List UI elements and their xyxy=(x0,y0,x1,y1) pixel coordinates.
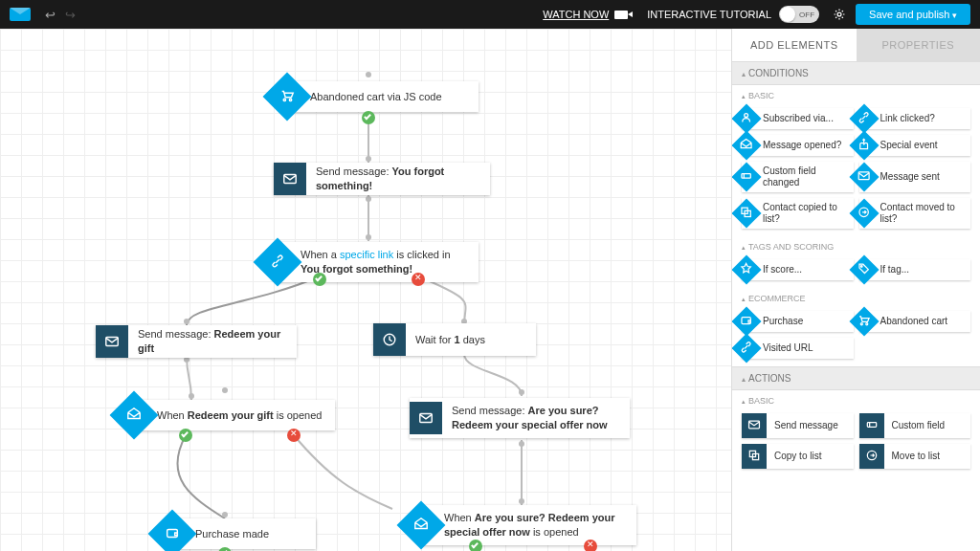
app-logo[interactable] xyxy=(10,8,31,21)
yes-port[interactable] xyxy=(179,429,192,442)
sub-ecom[interactable]: ECOMMERCE xyxy=(732,288,980,307)
settings-button[interactable] xyxy=(833,8,846,21)
no-port[interactable] xyxy=(412,273,425,286)
card-icon xyxy=(742,444,767,469)
card-label: Custom field changed xyxy=(761,162,854,192)
undo-button[interactable]: ↩ xyxy=(45,8,56,22)
node-sure-opened[interactable]: When Are you sure? Redeem your special o… xyxy=(421,505,636,545)
element-card[interactable]: Contact copied to list? xyxy=(742,198,854,229)
card-icon xyxy=(731,130,761,160)
svg-point-19 xyxy=(189,393,194,399)
node-send-forgot[interactable]: Send message: You forgot something! xyxy=(274,163,490,195)
cart-icon xyxy=(263,73,312,121)
sub-tags[interactable]: TAGS AND SCORING xyxy=(732,236,980,255)
card-icon xyxy=(742,413,767,438)
card-label: Message sent xyxy=(879,167,944,187)
card-icon xyxy=(849,254,879,284)
yes-port[interactable] xyxy=(362,111,375,124)
mail-open-icon xyxy=(110,391,159,440)
element-card[interactable]: Abandoned cart xyxy=(859,311,971,332)
card-icon xyxy=(731,333,761,363)
card-label: Visited URL xyxy=(761,339,817,358)
tab-properties[interactable]: PROPERTIES xyxy=(857,29,981,61)
svg-point-21 xyxy=(519,441,524,447)
redo-button: ↪ xyxy=(65,8,76,22)
video-icon xyxy=(614,11,628,19)
element-card[interactable]: Move to list xyxy=(859,444,971,469)
wallet-icon xyxy=(148,510,197,551)
card-label: Subscribed via... xyxy=(761,109,837,128)
no-port[interactable] xyxy=(584,540,597,551)
element-card[interactable]: If score... xyxy=(742,259,854,280)
card-label: If score... xyxy=(761,260,806,279)
element-card[interactable]: Custom field xyxy=(859,413,971,438)
yes-port[interactable] xyxy=(313,273,326,286)
svg-point-22 xyxy=(222,387,228,393)
section-actions[interactable]: ACTIONS xyxy=(732,366,980,390)
save-publish-button[interactable]: Save and publish xyxy=(856,4,970,25)
yes-port[interactable] xyxy=(469,540,482,551)
element-card[interactable]: Message opened? xyxy=(742,135,854,156)
element-card[interactable]: Contact moved to list? xyxy=(859,198,971,229)
element-card[interactable]: Purchase xyxy=(742,311,854,332)
element-card[interactable]: Send message xyxy=(742,413,854,438)
sub-basic[interactable]: BASIC xyxy=(732,85,980,104)
workflow-canvas[interactable]: Abandoned cart via JS code Send message:… xyxy=(0,29,731,551)
svg-point-12 xyxy=(366,72,371,77)
tutorial-label: INTERACTIVE TUTORIAL xyxy=(647,9,771,20)
node-purchase[interactable]: Purchase made xyxy=(172,518,316,549)
elements-sidebar: ADD ELEMENTS PROPERTIES CONDITIONS BASIC… xyxy=(731,29,980,551)
card-label: Move to list xyxy=(890,447,945,466)
svg-point-23 xyxy=(222,512,228,518)
mail-open-icon xyxy=(397,500,446,549)
card-icon xyxy=(859,444,884,469)
tab-add-elements[interactable]: ADD ELEMENTS xyxy=(732,29,857,61)
clock-icon xyxy=(373,323,406,356)
element-card[interactable]: If tag... xyxy=(859,259,971,280)
card-icon xyxy=(849,103,879,133)
card-icon xyxy=(849,162,879,191)
card-label: Message opened? xyxy=(761,136,845,155)
node-redeem-opened[interactable]: When Redeem your gift is opened xyxy=(134,400,335,430)
card-icon xyxy=(731,306,761,336)
section-conditions[interactable]: CONDITIONS xyxy=(732,61,980,85)
element-card[interactable]: Subscribed via... xyxy=(742,108,854,129)
card-icon xyxy=(731,103,761,133)
mail-icon xyxy=(274,163,306,195)
mail-icon xyxy=(410,402,442,434)
element-card[interactable]: Message sent xyxy=(859,162,971,192)
node-send-redeem[interactable]: Send message: Redeem your gift xyxy=(96,325,297,358)
card-icon xyxy=(849,198,879,228)
tutorial-toggle[interactable]: OFF xyxy=(779,6,819,23)
card-label: Send message xyxy=(772,416,842,435)
card-icon xyxy=(849,306,879,336)
element-card[interactable]: Link clicked? xyxy=(859,108,971,129)
node-wait[interactable]: Wait for 1 days xyxy=(373,323,536,356)
card-icon xyxy=(859,413,884,438)
sub-basic2[interactable]: BASIC xyxy=(732,390,980,409)
card-label: Purchase xyxy=(761,312,807,331)
node-link-clicked[interactable]: When a specific link is clicked in You f… xyxy=(278,242,479,282)
element-card[interactable]: Custom field changed xyxy=(742,162,854,192)
svg-point-24 xyxy=(519,498,524,504)
link-icon xyxy=(254,237,302,286)
card-icon xyxy=(731,198,761,228)
svg-point-15 xyxy=(366,234,371,240)
card-icon xyxy=(731,254,761,284)
card-icon xyxy=(849,130,879,160)
node-abandoned-cart[interactable]: Abandoned cart via JS code xyxy=(287,81,479,112)
element-card[interactable]: Special event xyxy=(859,135,971,156)
card-label: Link clicked? xyxy=(879,109,939,128)
card-label: Abandoned cart xyxy=(879,312,952,331)
element-card[interactable]: Copy to list xyxy=(742,444,854,469)
card-label: Copy to list xyxy=(772,447,825,466)
no-port[interactable] xyxy=(287,429,301,442)
node-send-sure[interactable]: Send message: Are you sure? Redeem your … xyxy=(410,398,630,438)
card-label: Contact moved to list? xyxy=(879,198,971,229)
svg-point-20 xyxy=(519,389,524,395)
mail-icon xyxy=(96,325,128,358)
card-icon xyxy=(731,162,761,191)
element-card[interactable]: Visited URL xyxy=(742,338,854,359)
card-label: If tag... xyxy=(879,260,914,279)
watch-now-link[interactable]: WATCH NOW xyxy=(543,9,609,20)
